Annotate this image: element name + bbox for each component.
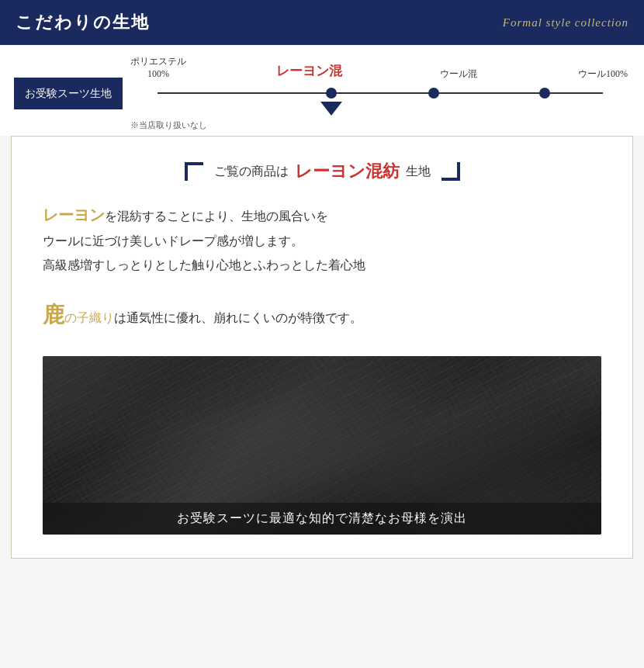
description-line2: ウールに近づけ美しいドレープ感が増します。 [43, 234, 303, 247]
bracket-br [441, 162, 460, 181]
scale-items-row: ポリエステル100% レーヨン混 ウール混 ウール100% [130, 56, 630, 80]
scale-section: お受験スーツ生地 ポリエステル100% レーヨン混 ウール混 ウール100% [0, 45, 644, 136]
scale-item-polyester: ポリエステル100% [130, 56, 186, 80]
description-line3: 高級感増すしっとりとした触り心地とふわっとした着心地 [43, 258, 365, 272]
header: こだわりの生地 Formal style collection [0, 0, 644, 45]
bracket-tl [185, 162, 203, 181]
description-line1: を混紡することにより、生地の風合いを [105, 209, 328, 223]
scale-item-rayon: レーヨン混 [276, 63, 342, 80]
scale-dot-2 [428, 88, 439, 99]
scale-right: ポリエステル100% レーヨン混 ウール混 ウール100% [130, 56, 630, 131]
scale-label: お受験スーツ生地 [14, 78, 123, 109]
wool-mix-label: ウール混 [440, 68, 477, 81]
collection-subtitle: Formal style collection [503, 16, 628, 29]
fabric-image: お受験スーツに最適な知的で清楚なお母様を演出 [43, 356, 601, 535]
scale-dot-3 [539, 88, 550, 99]
bracket-suffix: 生地 [406, 164, 431, 180]
rayon-word: レーヨン [43, 206, 105, 223]
scale-dot-1 [326, 88, 337, 99]
description-block: レーヨンを混紡することにより、生地の風合いを ウールに近づけ美しいドレープ感が増… [43, 200, 601, 277]
main-content: ご覧の商品は レーヨン混紡 生地 レーヨンを混紡することにより、生地の風合いを … [11, 136, 633, 559]
scale-arrow [320, 102, 342, 116]
bracket-row: ご覧の商品は レーヨン混紡 生地 [43, 160, 601, 183]
scale-line-container [158, 85, 603, 102]
deer-ko: の子織り [64, 311, 114, 324]
bracket-intro: ご覧の商品は [214, 164, 289, 180]
polyester-label: ポリエステル100% [130, 56, 186, 80]
scale-note: ※当店取り扱いなし [130, 119, 630, 131]
deer-char: 鹿 [43, 303, 64, 327]
deer-suffix: は通気性に優れ、崩れにくいのが特徴です。 [114, 311, 362, 324]
page-wrapper: こだわりの生地 Formal style collection お受験スーツ生地… [0, 0, 644, 559]
scale-item-wool-mix: ウール混 [431, 68, 486, 81]
arrow-area [158, 102, 603, 117]
wool100-label: ウール100% [578, 68, 628, 81]
bracket-highlight: レーヨン混紡 [295, 160, 400, 183]
fabric-caption: お受験スーツに最適な知的で清楚なお母様を演出 [43, 503, 601, 535]
scale-item-wool100: ウール100% [576, 68, 630, 81]
page-title: こだわりの生地 [16, 11, 150, 34]
scale-line [158, 92, 603, 94]
deer-section: 鹿の子織りは通気性に優れ、崩れにくいのが特徴です。 [43, 296, 601, 334]
rayon-label: レーヨン混 [276, 63, 342, 80]
